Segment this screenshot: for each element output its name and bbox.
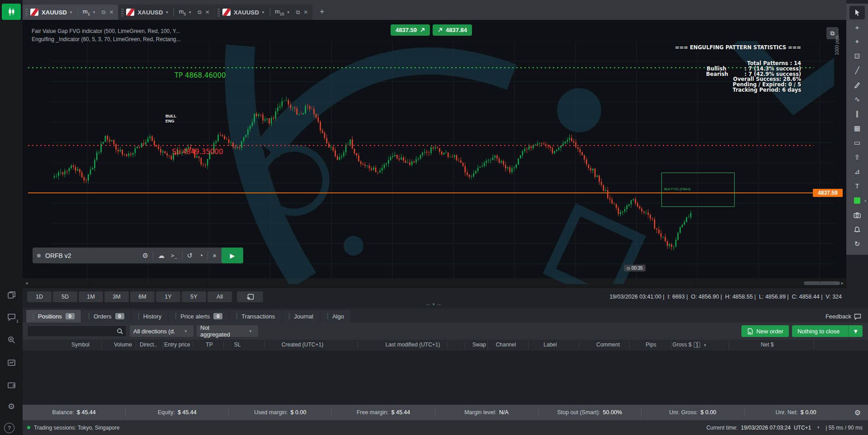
range-button-6m[interactable]: 6M — [130, 291, 155, 302]
column-header-comment[interactable]: Comment — [596, 341, 620, 348]
algo-cloud-icon[interactable]: ☁ — [158, 252, 165, 260]
column-header-volume[interactable]: Volume — [114, 341, 132, 348]
tab-transactions[interactable]: Transactions — [230, 310, 281, 323]
scroll-right-icon[interactable]: ▸ — [841, 280, 844, 286]
search-box[interactable] — [27, 325, 127, 337]
aggregation-filter-dropdown[interactable]: Not aggregated▼ — [197, 325, 258, 337]
collapse-toolbar-handle[interactable]: ◂ — [863, 192, 868, 210]
range-button-5y[interactable]: 5Y — [182, 291, 206, 302]
column-header-label[interactable]: Label — [543, 341, 557, 348]
stop-loss-line[interactable] — [28, 145, 814, 146]
symbol-caret-icon[interactable]: ▼ — [261, 10, 265, 14]
settings-gear-icon[interactable]: ⚙ — [0, 398, 23, 416]
replay-icon[interactable]: ↻ — [849, 237, 865, 251]
crosshair-icon[interactable]: + — [849, 20, 865, 34]
arrow-shape-icon[interactable]: ⇧ — [849, 150, 865, 164]
help-icon[interactable]: ? — [4, 423, 14, 433]
column-header-symbol[interactable]: Symbol — [71, 341, 90, 348]
new-order-button[interactable]: New order — [741, 325, 789, 337]
column-header-last-modified-utc-[interactable]: Last modified (UTC+1) — [385, 341, 440, 348]
direction-filter-dropdown[interactable]: All directions (d...▼ — [130, 325, 193, 337]
alert-bell-icon[interactable] — [849, 223, 865, 236]
algo-remove-icon[interactable]: × — [212, 252, 217, 259]
algo-start-button[interactable]: ▶ — [222, 248, 243, 263]
add-tab-button[interactable]: + — [316, 5, 328, 18]
trade-watch-icon[interactable] — [0, 353, 23, 371]
algo-log-terminal-icon[interactable]: >_ — [171, 253, 177, 259]
wallet-icon[interactable] — [0, 376, 23, 394]
timeframe-caret-icon[interactable]: ▼ — [287, 10, 290, 14]
dot-crosshair-icon[interactable]: ⌖ — [849, 35, 865, 48]
tab-close-icon[interactable]: ✕ — [109, 9, 113, 15]
indicator-line-1[interactable]: Fair Value Gap FVG indicator (500, LimeG… — [32, 28, 180, 34]
column-header-gross-[interactable]: Gross $ 1▼ — [673, 341, 709, 348]
column-header-entry-price[interactable]: Entry price — [164, 341, 190, 348]
panel-resize-handle[interactable]: — ▾ — — [420, 302, 448, 306]
symbol-search-icon[interactable] — [0, 331, 23, 349]
tab-timeframe[interactable]: m5 — [179, 8, 186, 16]
fib-channel-icon[interactable]: ∥ — [849, 107, 865, 121]
symbol-caret-icon[interactable]: ▼ — [69, 10, 73, 14]
chat-icon[interactable]: 1 — [0, 308, 23, 326]
algo-optimize-gauge-icon[interactable]: ◔ — [199, 252, 203, 259]
tab-close-icon[interactable]: ✕ — [205, 9, 210, 15]
timeframe-caret-icon[interactable]: ▼ — [188, 10, 192, 14]
cursor-icon[interactable] — [849, 6, 865, 19]
tab-popout-icon[interactable]: ⧉ — [198, 9, 202, 15]
tab-orders[interactable]: Orders0 — [82, 310, 131, 323]
algo-settings-gear-icon[interactable]: ⚙ — [142, 252, 148, 260]
tab-positions[interactable]: Positions0 — [26, 310, 81, 323]
tab-popout-icon[interactable]: ⧉ — [102, 9, 106, 15]
charts-logo-icon[interactable] — [2, 4, 21, 20]
tab-algo[interactable]: Algo — [321, 310, 350, 323]
timezone-selector[interactable]: UTC+1 — [794, 425, 811, 431]
tab-timeframe[interactable]: m15 — [275, 8, 284, 16]
indicator-line-2[interactable]: Engulfing _Indicator (60, 5, 3, 70, Lime… — [32, 36, 181, 42]
elliott-wave-icon[interactable]: ∿ — [849, 93, 865, 106]
scroll-left-icon[interactable]: ◂ — [25, 280, 28, 286]
close-positions-button[interactable]: Nothing to close ▼ — [792, 325, 863, 337]
tab-history[interactable]: History — [132, 310, 168, 323]
range-button-1d[interactable]: 1D — [27, 291, 52, 302]
copy-pages-icon[interactable] — [0, 285, 23, 304]
tab-journal[interactable]: Journal — [282, 310, 320, 323]
text-tool-icon[interactable]: T — [849, 179, 865, 193]
close-options-caret[interactable]: ▼ — [848, 325, 863, 337]
chart-tab-xauusd-m5[interactable]: XAUUSD▼m5▼⧉✕ — [118, 5, 214, 20]
timeframe-caret-icon[interactable]: ▼ — [92, 10, 96, 14]
tab-price-alerts[interactable]: Price alerts0 — [169, 310, 229, 323]
range-button-1y[interactable]: 1Y — [156, 291, 180, 302]
trend-line-icon[interactable]: ╱ — [849, 64, 865, 77]
account-bar-settings-gear-icon[interactable]: ⚙ — [847, 408, 868, 417]
buy-quote-button[interactable]: 4837.84 — [433, 24, 472, 36]
magnet-crosshair-icon[interactable]: ⊡ — [849, 49, 865, 63]
chart-tab-xauusd-m15[interactable]: XAUUSD▼m15▼⧉✕ — [215, 5, 312, 20]
range-button-1m[interactable]: 1M — [79, 291, 103, 302]
feedback-button[interactable]: Feedback — [826, 313, 861, 320]
range-button-all[interactable]: All — [208, 291, 232, 302]
timezone-caret-icon[interactable]: ▼ — [816, 426, 820, 430]
tab-timeframe[interactable]: m1 — [83, 8, 90, 16]
sell-quote-button[interactable]: 4837.59 — [391, 24, 430, 36]
chart-tab-xauusd-m1[interactable]: XAUUSD▼m1▼⧉✕ — [23, 5, 118, 20]
fib-retracement-icon[interactable]: ▦ — [849, 122, 865, 135]
camera-icon[interactable] — [849, 208, 865, 222]
search-input[interactable] — [28, 328, 117, 334]
rectangle-icon[interactable]: ▭ — [849, 136, 865, 150]
column-header-net-[interactable]: Net $ — [761, 341, 774, 348]
column-header-sl[interactable]: SL — [234, 341, 241, 348]
column-header-pips[interactable]: Pips — [646, 341, 656, 348]
tab-popout-icon[interactable]: ⧉ — [296, 9, 300, 15]
range-button-5d[interactable]: 5D — [53, 291, 77, 302]
symbol-caret-icon[interactable]: ▼ — [165, 10, 169, 14]
column-header-channel[interactable]: Channel — [496, 341, 516, 348]
column-header-tp[interactable]: TP — [206, 341, 212, 348]
range-button-3m[interactable]: 3M — [104, 291, 129, 302]
projection-icon[interactable]: ⊿ — [849, 165, 865, 178]
custom-range-calendar-button[interactable] — [237, 291, 263, 302]
column-header-created-utc-[interactable]: Created (UTC+1) — [282, 341, 323, 348]
algo-backtest-icon[interactable]: ↺ — [187, 252, 193, 260]
column-header-direct-[interactable]: Direct.. — [140, 341, 157, 348]
column-header-swap[interactable]: Swap — [472, 341, 486, 348]
brush-icon[interactable] — [849, 78, 865, 92]
